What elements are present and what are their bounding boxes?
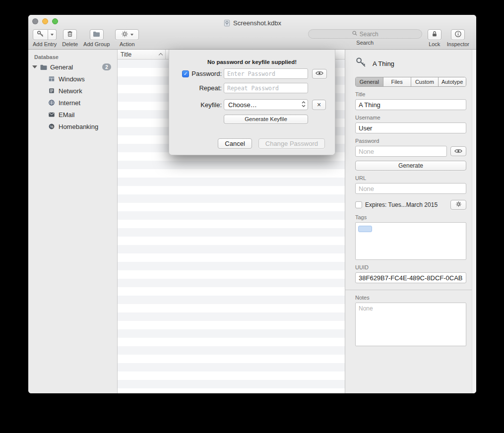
url-field[interactable] (355, 183, 466, 194)
minimize-window-button[interactable] (42, 18, 48, 24)
sidebar-section-header: Database (28, 50, 117, 61)
sidebar-item-email[interactable]: EMail (28, 109, 117, 121)
tab-autotype[interactable]: Autotype (439, 77, 466, 86)
sidebar-item-general[interactable]: General 2 (28, 61, 117, 73)
chevron-down-icon (51, 34, 54, 36)
tags-label: Tags (355, 214, 466, 220)
toolbar-item-inspector: Inspector (447, 29, 469, 47)
url-field-label: URL (355, 175, 466, 181)
toolbar-item-action: Action (115, 29, 139, 47)
keyfile-popup[interactable]: Choose… (224, 99, 308, 110)
password-dialog: No password or keyfile supplied! ✓ Passw… (169, 50, 335, 155)
toolbar: Add Entry Delete Add Group (28, 28, 476, 50)
toolbar-item-lock: Lock (428, 29, 441, 47)
tab-files[interactable]: Files (383, 77, 411, 86)
sidebar-item-homebanking[interactable]: % Homebanking (28, 121, 117, 132)
zoom-window-button[interactable] (52, 18, 58, 24)
disclosure-triangle-icon[interactable] (32, 65, 37, 68)
lock-label: Lock (429, 41, 440, 47)
window-chrome: Screenshot.kdbx Add Entry (28, 15, 476, 50)
tags-field[interactable] (355, 222, 466, 260)
sidebar-item-windows[interactable]: Windows (28, 73, 117, 85)
add-group-label: Add Group (83, 41, 110, 47)
uuid-label: UUID (355, 264, 466, 270)
repeat-password-input[interactable] (224, 83, 308, 93)
entry-title: A Thing (373, 60, 394, 67)
section-divider (345, 290, 476, 290)
entry-count-badge: 2 (102, 63, 111, 70)
content-area: Database General 2 Windows Network (28, 50, 476, 393)
close-window-button[interactable] (32, 18, 38, 24)
globe-icon (48, 99, 55, 106)
key-icon (355, 57, 367, 70)
windows-icon (48, 75, 55, 82)
password-field[interactable] (355, 146, 447, 157)
email-icon (48, 112, 55, 118)
window-title-group: Screenshot.kdbx (28, 15, 476, 28)
expires-row: Expires: Tues...March 2015 (355, 200, 466, 210)
popup-arrows-icon (302, 101, 306, 109)
toolbar-item-add-entry: Add Entry (33, 29, 57, 47)
x-icon: × (317, 101, 321, 109)
checkmark-icon: ✓ (184, 71, 188, 76)
trash-icon (66, 30, 73, 39)
clear-keyfile-button[interactable]: × (312, 100, 326, 110)
reveal-password-button[interactable] (312, 69, 327, 79)
change-password-button[interactable]: Change Password (258, 138, 325, 149)
action-button[interactable] (115, 29, 139, 40)
password-label: Password: (191, 70, 222, 77)
action-label: Action (120, 41, 135, 47)
tag-pill[interactable] (358, 226, 372, 232)
tab-custom[interactable]: Custom (411, 77, 439, 86)
reveal-password-button[interactable] (450, 146, 466, 156)
column-header-title[interactable]: Title (118, 50, 166, 59)
username-field[interactable] (355, 123, 466, 133)
inspector-header: A Thing (355, 57, 466, 70)
sidebar-item-label: Homebanking (59, 123, 98, 130)
search-placeholder: Search (360, 31, 378, 38)
lock-button[interactable] (428, 29, 441, 40)
dialog-message: No password or keyfile supplied! (169, 50, 335, 68)
sidebar-item-label: Network (59, 87, 82, 95)
inspector-button[interactable] (451, 29, 465, 40)
password-input[interactable] (224, 68, 308, 79)
tab-general[interactable]: General (356, 77, 383, 86)
title-field-label: Title (355, 91, 466, 97)
gear-icon (121, 30, 128, 39)
add-entry-dropdown-button[interactable] (48, 29, 57, 40)
traffic-lights (32, 18, 58, 24)
generate-keyfile-button[interactable]: Generate Keyfile (224, 115, 308, 124)
homebanking-icon: % (48, 123, 55, 130)
expires-checkbox[interactable] (355, 201, 362, 208)
generate-password-button[interactable]: Generate (355, 161, 466, 171)
inspector-scrollbar[interactable] (472, 50, 476, 393)
search-icon (352, 30, 358, 38)
username-field-label: Username (355, 115, 466, 121)
expires-settings-button[interactable] (450, 200, 466, 210)
sidebar-item-label: Internet (59, 99, 80, 107)
inspector-tabs: General Files Custom Autotype (355, 77, 466, 87)
delete-button[interactable] (63, 29, 77, 40)
toolbar-item-delete: Delete (62, 29, 78, 47)
chevron-down-icon (130, 34, 133, 36)
toolbar-item-search: Search Search (308, 29, 422, 46)
sidebar-item-network[interactable]: Network (28, 85, 117, 97)
sidebar-item-internet[interactable]: Internet (28, 97, 117, 109)
sidebar-item-label: EMail (59, 111, 75, 119)
title-field[interactable] (355, 99, 466, 110)
add-group-button[interactable] (90, 29, 104, 40)
expires-label: Expires: Tues...March 2015 (365, 201, 438, 208)
eye-icon (454, 148, 462, 155)
password-checkbox[interactable]: ✓ (182, 70, 189, 77)
titlebar[interactable]: Screenshot.kdbx (28, 15, 476, 28)
notes-field[interactable] (355, 303, 466, 346)
key-icon (37, 30, 44, 39)
search-input[interactable]: Search (308, 29, 422, 39)
cancel-button[interactable]: Cancel (218, 138, 252, 149)
keyfile-label: Keyfile: (200, 101, 222, 109)
add-entry-button[interactable] (33, 29, 48, 40)
column-title-label: Title (121, 51, 131, 58)
uuid-field[interactable] (355, 272, 466, 283)
info-icon (454, 30, 462, 39)
folder-icon (40, 64, 48, 70)
